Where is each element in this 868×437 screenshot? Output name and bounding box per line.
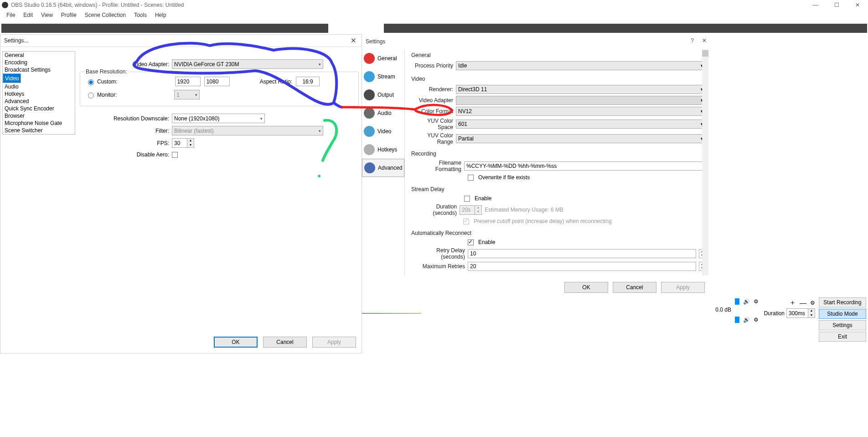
max-retries-input[interactable] (468, 262, 696, 271)
nav-encoding[interactable]: Encoding (3, 59, 75, 66)
nav-advanced[interactable]: Advanced (3, 98, 75, 105)
nav-scene-switcher[interactable]: Scene Switcher (3, 127, 75, 134)
nav2-hotkeys[interactable]: Hotkeys (362, 140, 404, 159)
minimize-button[interactable]: — (805, 0, 826, 10)
disable-aero-checkbox[interactable] (172, 152, 178, 158)
color-format-select[interactable]: NV12▾ (456, 107, 706, 116)
downscale-label: Resolution Downscale: (80, 115, 169, 122)
base-resolution-label: Base Resolution: (84, 68, 129, 75)
old-apply-button: Apply (312, 337, 356, 348)
audio-meter (362, 313, 421, 314)
nav-noise-gate[interactable]: Microphone Noise Gate (3, 120, 75, 127)
nav2-advanced[interactable]: Advanced (362, 159, 404, 177)
transition-duration-label: Duration (764, 310, 785, 317)
custom-height-input[interactable] (204, 77, 230, 86)
monitor-select: 1▾ (174, 90, 200, 99)
plus-icon[interactable]: ＋ (789, 298, 796, 307)
volume-indicator-1 (735, 298, 739, 305)
settings-button[interactable]: Settings (819, 320, 866, 330)
new-settings-content: General Process Priority Idle▾ Video Ren… (405, 49, 708, 276)
nav2-output[interactable]: Output (362, 86, 404, 104)
retry-delay-input[interactable] (468, 249, 696, 258)
studio-mode-button[interactable]: Studio Mode (819, 309, 866, 319)
output-icon (364, 89, 375, 100)
old-settings-close-button[interactable]: ✕ (348, 36, 359, 46)
new-close-button[interactable]: ✕ (702, 37, 707, 44)
aspect-ratio-field (296, 77, 320, 86)
transition-duration-spinner[interactable]: ▲▼ (786, 308, 815, 318)
monitor-radio[interactable]: Monitor: (86, 91, 117, 99)
speaker-icon-2[interactable]: 🔊 (743, 317, 750, 323)
minus-icon[interactable]: — (800, 299, 806, 307)
nav-video[interactable]: Video (3, 73, 21, 83)
start-recording-button[interactable]: Start Recording (819, 297, 866, 307)
preserve-cutoff-label: Preserve cutoff point (increase delay) w… (474, 218, 612, 224)
renderer-label: Renderer: (411, 86, 453, 93)
new-settings-footer: OK Cancel Apply (564, 282, 705, 293)
video-adapter-select[interactable]: NVIDIA GeForce GT 230M▾ (172, 59, 323, 69)
reconnect-enable-checkbox[interactable] (468, 239, 474, 245)
color-space-select[interactable]: 601▾ (456, 120, 706, 129)
gear-icon-2[interactable]: ⚙ (754, 317, 759, 323)
color-range-select[interactable]: Partial▾ (456, 134, 706, 143)
fps-down-icon[interactable]: ▼ (187, 143, 194, 148)
old-settings-title: Settings... (0, 35, 362, 47)
nav-broadcast[interactable]: Broadcast Settings (3, 66, 75, 73)
menu-help[interactable]: Help (151, 11, 170, 19)
adapter-select[interactable]: ▾ (456, 96, 706, 105)
nav-general[interactable]: General (3, 52, 75, 59)
exit-button[interactable]: Exit (819, 332, 866, 342)
max-retries-label: Maximum Retries (411, 263, 465, 270)
custom-width-input[interactable] (175, 77, 201, 86)
globe-icon (364, 71, 375, 82)
menu-view[interactable]: View (37, 11, 57, 19)
gear-icon-1[interactable]: ⚙ (754, 298, 759, 305)
fps-spinner[interactable]: ▲▼ (172, 138, 194, 148)
nav2-general[interactable]: General (362, 49, 404, 68)
old-cancel-button[interactable]: Cancel (263, 337, 307, 348)
menu-file[interactable]: File (3, 11, 19, 19)
section-recording: Recording (411, 151, 706, 157)
custom-radio[interactable]: Custom: (86, 78, 118, 85)
window-titlebar: OBS Studio 0.16.5 (64bit, windows) - Pro… (0, 0, 868, 10)
scrollbar-thumb[interactable] (702, 50, 708, 57)
nav-quicksync[interactable]: Quick Sync Encoder (3, 105, 75, 112)
aspect-ratio-label: Aspect Ratio: (260, 78, 292, 85)
menu-edit[interactable]: Edit (20, 11, 36, 19)
new-ok-button[interactable]: OK (564, 282, 608, 293)
adapter-label: Video Adapter (411, 97, 453, 104)
gear-icon (364, 53, 375, 64)
filter-label: Filter: (80, 128, 169, 134)
menu-tools[interactable]: Tools (130, 11, 150, 19)
nav2-stream[interactable]: Stream (362, 68, 404, 86)
speaker-icon[interactable]: 🔊 (743, 298, 750, 305)
nav2-video[interactable]: Video (362, 122, 404, 140)
old-ok-button[interactable]: OK (214, 337, 258, 348)
nav-hotkeys[interactable]: Hotkeys (3, 90, 75, 98)
filename-input[interactable] (464, 161, 706, 171)
section-general: General (411, 52, 706, 58)
section-stream-delay: Stream Delay (411, 186, 706, 192)
delay-enable-checkbox[interactable] (464, 196, 470, 202)
overwrite-checkbox[interactable] (468, 175, 474, 181)
gear-icon-3[interactable]: ⚙ (810, 300, 815, 306)
fps-up-icon[interactable]: ▲ (187, 139, 194, 143)
priority-select[interactable]: Idle▾ (456, 61, 706, 70)
new-cancel-button[interactable]: Cancel (613, 282, 656, 293)
close-button[interactable]: ✕ (847, 0, 868, 10)
nav-audio[interactable]: Audio (3, 83, 75, 90)
menu-scene-collection[interactable]: Scene Collection (81, 11, 129, 19)
color-format-label: Color Format (411, 108, 453, 114)
nav2-audio[interactable]: Audio (362, 104, 404, 122)
nav-browser[interactable]: Browser (3, 112, 75, 120)
renderer-select[interactable]: Direct3D 11▾ (456, 85, 706, 94)
old-settings-nav: General Encoding Broadcast Settings Vide… (2, 51, 75, 135)
downscale-select[interactable]: None (1920x1080)▾ (172, 114, 265, 123)
color-range-label: YUV Color Range (411, 132, 453, 145)
headphones-icon (364, 108, 375, 119)
menu-profile[interactable]: Profile (57, 11, 80, 19)
delay-duration-spinner: ▲▼ (460, 205, 482, 215)
preview-header-left (1, 24, 328, 33)
help-button[interactable]: ? (691, 37, 694, 44)
maximize-button[interactable]: ☐ (826, 0, 847, 10)
